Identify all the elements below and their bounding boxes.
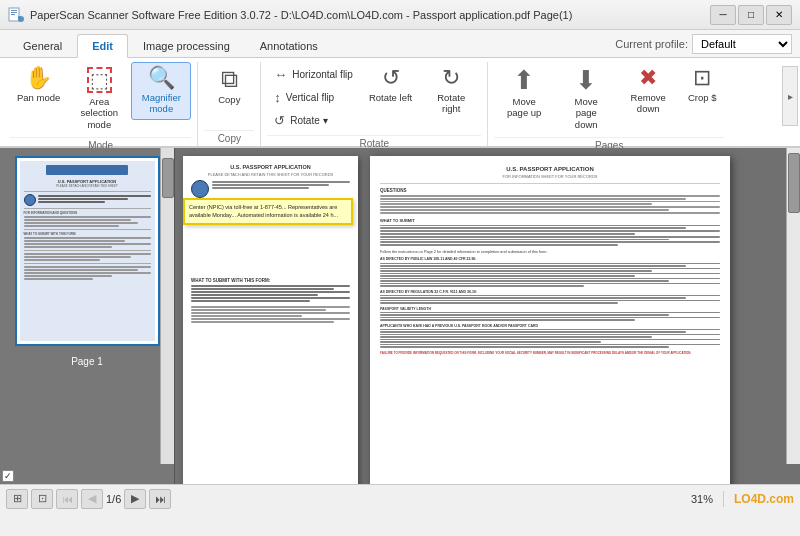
rotate-dropdown-label: Rotate ▾ xyxy=(290,115,327,126)
window-title: PaperScan Scanner Software Free Edition … xyxy=(30,9,710,21)
nav-home-button[interactable]: ⊞ xyxy=(6,489,28,509)
move-down-icon: ⬇ xyxy=(575,67,597,93)
pages-buttons: ⬆ Move page up ⬇ Move page down ✖ Remove… xyxy=(494,62,724,135)
page-navigation: ⊞ ⊡ ⏮ ◀ 1/6 ▶ ⏭ xyxy=(6,489,171,509)
ribbon-toolbar: ✋ Pan mode ⬚ Area selection mode 🔍 Magni… xyxy=(0,58,800,148)
copy-buttons: ⧉ Copy xyxy=(204,62,254,128)
copy-label: Copy xyxy=(218,94,240,105)
ribbon-scroll-button[interactable]: ▸ xyxy=(782,66,798,126)
maximize-button[interactable]: □ xyxy=(738,5,764,25)
mode-buttons: ✋ Pan mode ⬚ Area selection mode 🔍 Magni… xyxy=(10,62,191,135)
popup-text: Center (NPIC) via toll-free at 1-877-45.… xyxy=(189,204,338,218)
doc-subheader: FOR INFORMATION SHEET FOR YOUR RECORDS xyxy=(380,174,720,179)
profile-select[interactable]: Default xyxy=(692,34,792,54)
tab-general[interactable]: General xyxy=(8,34,77,57)
window-controls: ─ □ ✕ xyxy=(710,5,792,25)
doc-scrollbar[interactable] xyxy=(786,148,800,464)
rotate-right-button[interactable]: ↻ Rotate right xyxy=(421,62,481,120)
status-bar: ⊞ ⊡ ⏮ ◀ 1/6 ▶ ⏭ 31% LO4D.com xyxy=(0,484,800,512)
svg-rect-2 xyxy=(11,12,17,13)
page-info: 1/6 xyxy=(106,493,121,505)
logo: LO4D.com xyxy=(734,492,794,506)
rotate-right-icon: ↻ xyxy=(442,67,460,89)
ribbon-tab-bar: General Edit Image processing Annotation… xyxy=(0,30,800,58)
move-up-icon: ⬆ xyxy=(513,67,535,93)
copy-icon: ⧉ xyxy=(221,67,238,91)
rotate-dropdown-button[interactable]: ↺ Rotate ▾ xyxy=(267,110,360,131)
pan-icon: ✋ xyxy=(25,67,52,89)
h-flip-icon: ↔ xyxy=(274,67,287,82)
rotate-icon: ↺ xyxy=(274,113,285,128)
h-flip-label: Horizontal flip xyxy=(292,69,353,80)
ribbon-scroll: ▸ xyxy=(782,62,798,130)
thumbnail-checkbox[interactable]: ✓ xyxy=(2,470,14,482)
copy-group-label: Copy xyxy=(204,130,254,146)
v-flip-label: Vertical flip xyxy=(286,92,334,103)
document-panel: U.S. PASSPORT APPLICATION PLEASE DETACH … xyxy=(175,148,800,484)
profile-label: Current profile: xyxy=(615,38,688,50)
ribbon-group-copy: ⧉ Copy Copy xyxy=(198,62,261,146)
rotate-left-button[interactable]: ↺ Rotate left xyxy=(362,62,419,108)
thumbnail-scrollbar[interactable] xyxy=(160,148,174,464)
move-page-down-label: Move page down xyxy=(563,96,609,130)
area-selection-label: Area selection mode xyxy=(76,96,122,130)
magnifier-icon: 🔍 xyxy=(148,67,175,89)
vertical-flip-button[interactable]: ↕ Vertical flip xyxy=(267,87,360,108)
ribbon-group-rotate: ↔ Horizontal flip ↕ Vertical flip ↺ Rota… xyxy=(261,62,488,146)
move-page-up-button[interactable]: ⬆ Move page up xyxy=(494,62,554,124)
remove-label: Remove down xyxy=(625,92,671,115)
remove-button[interactable]: ✖ Remove down xyxy=(618,62,678,120)
svg-rect-1 xyxy=(11,10,17,11)
crop-icon: ⊡ xyxy=(693,67,711,89)
nav-next-button[interactable]: ▶ xyxy=(124,489,146,509)
move-page-down-button[interactable]: ⬇ Move page down xyxy=(556,62,616,135)
text-popup: Center (NPIC) via toll-free at 1-877-45.… xyxy=(183,198,353,225)
main-area: U.S. PASSPORT APPLICATION PLEASE DETACH … xyxy=(0,148,800,484)
title-bar: PaperScan Scanner Software Free Edition … xyxy=(0,0,800,30)
minimize-button[interactable]: ─ xyxy=(710,5,736,25)
magnifier-mode-button[interactable]: 🔍 Magnifier mode xyxy=(131,62,191,120)
ribbon-group-mode: ✋ Pan mode ⬚ Area selection mode 🔍 Magni… xyxy=(4,62,198,146)
v-flip-icon: ↕ xyxy=(274,90,281,105)
scroll-track xyxy=(161,148,175,464)
rotate-right-label: Rotate right xyxy=(428,92,474,115)
thumbnail-container[interactable]: U.S. PASSPORT APPLICATION PLEASE DETACH … xyxy=(15,156,160,346)
remove-icon: ✖ xyxy=(639,67,657,89)
scroll-handle[interactable] xyxy=(162,158,174,198)
app-icon xyxy=(8,7,24,23)
close-button[interactable]: ✕ xyxy=(766,5,792,25)
tab-image-processing[interactable]: Image processing xyxy=(128,34,245,57)
tab-edit[interactable]: Edit xyxy=(77,34,128,58)
tab-annotations[interactable]: Annotations xyxy=(245,34,333,57)
nav-fit-button[interactable]: ⊡ xyxy=(31,489,53,509)
nav-first-button[interactable]: ⏮ xyxy=(56,489,78,509)
nav-prev-button[interactable]: ◀ xyxy=(81,489,103,509)
crop-label: Crop $ xyxy=(688,92,717,103)
area-selection-button[interactable]: ⬚ Area selection mode xyxy=(69,62,129,135)
horizontal-flip-button[interactable]: ↔ Horizontal flip xyxy=(267,64,360,85)
copy-button[interactable]: ⧉ Copy xyxy=(204,62,254,110)
magnifier-mode-label: Magnifier mode xyxy=(138,92,184,115)
rotate-buttons: ↔ Horizontal flip ↕ Vertical flip ↺ Rota… xyxy=(267,62,481,133)
rotate-left-label: Rotate left xyxy=(369,92,412,103)
ribbon-group-pages: ⬆ Move page up ⬇ Move page down ✖ Remove… xyxy=(488,62,730,146)
doc-scroll-track xyxy=(787,148,800,464)
doc-scroll-handle[interactable] xyxy=(788,153,800,213)
svg-rect-3 xyxy=(11,14,15,15)
thumbnail-image: U.S. PASSPORT APPLICATION PLEASE DETACH … xyxy=(20,161,155,341)
nav-last-button[interactable]: ⏭ xyxy=(149,489,171,509)
thumbnail-panel: U.S. PASSPORT APPLICATION PLEASE DETACH … xyxy=(0,148,175,484)
move-page-up-label: Move page up xyxy=(501,96,547,119)
thumbnail-label: Page 1 xyxy=(71,356,103,367)
pan-mode-button[interactable]: ✋ Pan mode xyxy=(10,62,67,108)
zoom-level: 31% xyxy=(691,493,713,505)
crop-button[interactable]: ⊡ Crop $ xyxy=(680,62,724,108)
area-selection-icon: ⬚ xyxy=(87,67,112,93)
flip-group: ↔ Horizontal flip ↕ Vertical flip ↺ Rota… xyxy=(267,62,360,133)
rotate-left-icon: ↺ xyxy=(382,67,400,89)
pan-mode-label: Pan mode xyxy=(17,92,60,103)
doc-header: U.S. PASSPORT APPLICATION xyxy=(380,166,720,172)
svg-line-5 xyxy=(19,16,20,17)
